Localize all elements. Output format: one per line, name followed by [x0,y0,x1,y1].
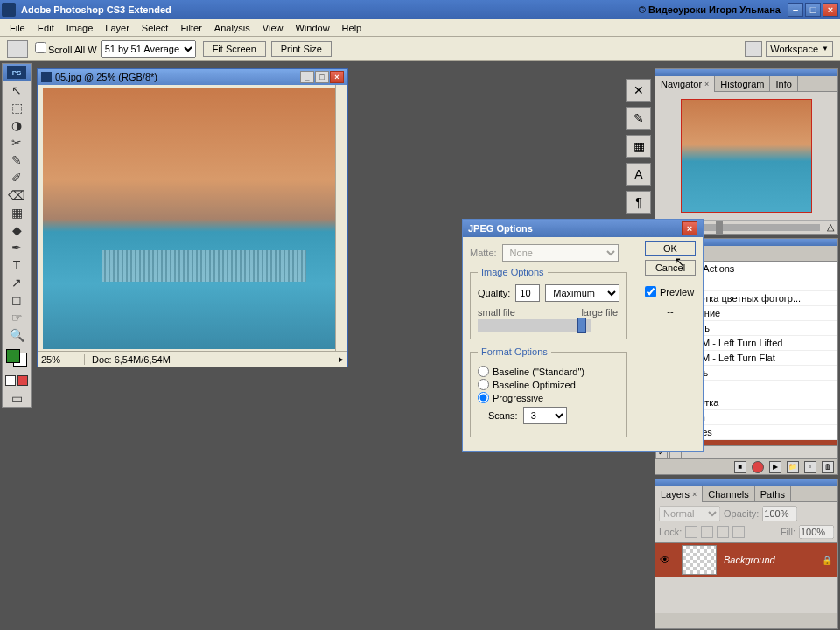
opacity-input[interactable] [762,506,797,522]
foreground-color-swatch[interactable] [6,349,20,363]
standard-mode-icon[interactable] [5,375,16,386]
fit-screen-button[interactable]: Fit Screen [203,41,266,57]
fill-input[interactable] [799,525,834,539]
workspace-icon[interactable] [745,41,762,57]
format-options-legend: Format Options [478,346,551,357]
menu-image[interactable]: Image [60,21,100,35]
optimized-radio[interactable] [478,379,489,390]
tab-histogram[interactable]: Histogram [715,76,770,92]
dock-character-icon[interactable]: A [626,163,651,186]
sample-size-select[interactable]: 51 by 51 Average [101,40,196,58]
screen-mode-tool[interactable]: ▭ [4,389,29,407]
move-tool[interactable]: ↖ [4,81,29,99]
zoom-level[interactable]: 25% [41,354,85,365]
layer-thumbnail[interactable] [682,545,717,575]
layer-lock-icon: 🔒 [822,556,832,565]
current-tool-icon[interactable] [7,40,28,58]
tab-info[interactable]: Info [770,76,797,92]
quality-preset-select[interactable]: Maximum [545,284,620,302]
brush-tool[interactable]: ✐ [4,169,29,186]
crop-tool[interactable]: ✂ [4,134,29,151]
menu-window[interactable]: Window [289,21,335,35]
lock-pixels-icon[interactable] [701,526,713,538]
hand-tool[interactable]: ☞ [4,309,29,326]
play-icon[interactable]: ▶ [769,461,781,473]
navigator-thumbnail[interactable] [681,99,812,213]
trash-icon[interactable]: 🗑 [822,461,834,473]
scans-select[interactable]: 3 [523,407,567,424]
status-bar: 25% Doc: 6,54M/6,54M ▸ [38,351,347,367]
lasso-tool[interactable]: ◑ [4,116,29,134]
print-size-button[interactable]: Print Size [271,41,332,57]
lock-transparency-icon[interactable] [685,526,697,538]
pen-tool[interactable]: ✒ [4,239,29,256]
lock-all-icon[interactable] [732,526,745,538]
quality-input[interactable] [515,284,540,302]
doc-close-button[interactable]: × [330,71,344,83]
tab-channels[interactable]: Channels [703,486,754,502]
dialog-close-button[interactable]: × [682,221,697,235]
new-action-icon[interactable]: ▫ [804,461,816,473]
visibility-eye-icon[interactable]: 👁 [655,554,675,566]
workspace-dropdown[interactable]: Workspace▼ [766,41,833,57]
dock-swatches-icon[interactable]: ▦ [626,135,651,158]
dock-close-icon[interactable]: ✕ [626,79,651,102]
new-set-icon[interactable]: 📁 [787,461,799,473]
ok-button[interactable]: OK [645,241,696,256]
quality-slider[interactable] [478,319,592,332]
menu-filter[interactable]: Filter [174,21,207,35]
menu-layer[interactable]: Layer [99,21,136,35]
dock-paragraph-icon[interactable]: ¶ [626,191,651,214]
preview-label: Preview [660,287,694,298]
shape-tool[interactable]: ◻ [4,291,29,309]
zoom-tool[interactable]: 🔍 [4,326,29,344]
window-close-button[interactable]: × [822,3,838,17]
tab-paths[interactable]: Paths [755,486,791,502]
menu-view[interactable]: View [256,21,290,35]
canvas-area[interactable] [43,88,335,349]
clone-tool[interactable]: ⌫ [4,186,29,204]
window-maximize-button[interactable]: □ [805,3,821,17]
blend-mode-select[interactable]: Normal [659,506,720,522]
doc-maximize-button[interactable]: □ [315,71,329,83]
color-swatches[interactable] [4,347,29,368]
menu-file[interactable]: File [4,21,32,35]
document-title: 05.jpg @ 25% (RGB/8*) [55,72,300,82]
vertical-scrollbar[interactable] [335,85,347,351]
nav-zoom-in-icon[interactable]: △ [827,221,834,233]
dock-brush-icon[interactable]: ✎ [626,107,651,130]
baseline-radio[interactable] [478,366,489,377]
lock-position-icon[interactable] [717,526,729,538]
tab-navigator[interactable]: Navigator× [655,76,715,92]
preview-checkbox[interactable] [645,286,656,298]
doc-size-text: Doc: 6,54M/6,54M [92,354,339,365]
actions-footer: ■ ▶ 📁 ▫ 🗑 [655,458,837,474]
eraser-tool[interactable]: ▦ [4,204,29,221]
image-options-legend: Image Options [478,267,548,277]
stop-icon[interactable]: ■ [734,461,746,473]
gradient-tool[interactable]: ◆ [4,221,29,239]
layer-name[interactable]: Background [724,555,822,565]
marquee-tool[interactable]: ⬚ [4,99,29,116]
navigator-panel: Navigator× Histogram Info ▵ △ [654,68,838,234]
menu-analysis[interactable]: Analysis [208,21,256,35]
tab-layers[interactable]: Layers× [655,486,703,502]
doc-minimize-button[interactable]: _ [300,71,314,83]
path-tool[interactable]: ↗ [4,274,29,291]
progressive-radio[interactable] [478,392,489,403]
window-minimize-button[interactable]: – [788,3,803,17]
matte-select: None [502,244,619,262]
menu-help[interactable]: Help [336,21,368,35]
layer-row-background[interactable]: 👁 Background 🔒 [655,542,837,578]
status-arrow-icon[interactable]: ▸ [339,354,344,365]
photo-content [43,88,335,349]
quickmask-mode-icon[interactable] [18,375,28,386]
record-icon[interactable] [752,461,764,473]
type-tool[interactable]: T [4,256,29,274]
eyedropper-tool[interactable]: ✎ [4,151,29,169]
copyright-text: © Видеоуроки Игоря Ульмана [639,4,780,15]
cancel-button[interactable]: Cancel [645,260,696,276]
scroll-all-checkbox[interactable]: Scroll All W [35,42,97,55]
menu-select[interactable]: Select [136,21,175,35]
menu-edit[interactable]: Edit [32,21,60,35]
